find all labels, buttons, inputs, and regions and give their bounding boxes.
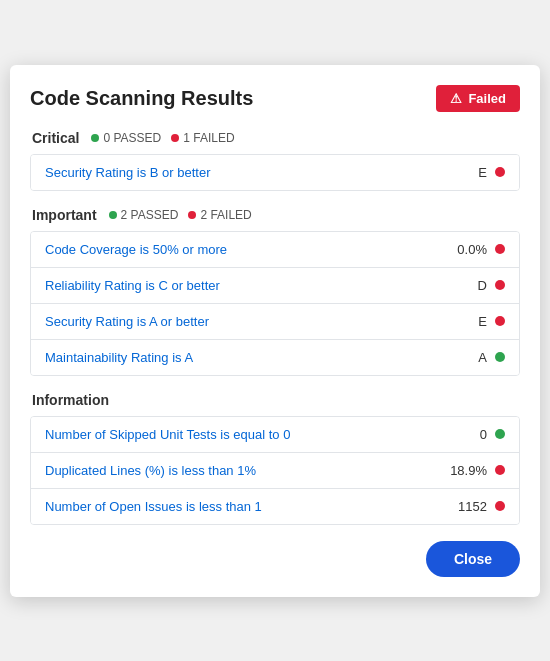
status-dot-red (495, 167, 505, 177)
failed-dot (188, 211, 196, 219)
badge-group: 0 PASSED1 FAILED (91, 131, 234, 145)
badge-group: 2 PASSED2 FAILED (109, 208, 252, 222)
passed-count: 0 PASSED (103, 131, 161, 145)
result-label: Number of Skipped Unit Tests is equal to… (45, 427, 447, 442)
section-label-important: Important (32, 207, 97, 223)
failed-badge-count: 1 FAILED (171, 131, 234, 145)
table-row: Reliability Rating is C or betterD (31, 268, 519, 304)
result-value-group: 1152 (447, 499, 505, 514)
result-value: D (447, 278, 487, 293)
result-label: Duplicated Lines (%) is less than 1% (45, 463, 447, 478)
result-value-group: 0.0% (447, 242, 505, 257)
result-label: Number of Open Issues is less than 1 (45, 499, 447, 514)
failed-badge-count: 2 FAILED (188, 208, 251, 222)
table-row: Duplicated Lines (%) is less than 1%18.9… (31, 453, 519, 489)
result-value: A (447, 350, 487, 365)
table-row: Security Rating is A or betterE (31, 304, 519, 340)
table-row: Number of Open Issues is less than 11152 (31, 489, 519, 524)
passed-dot (109, 211, 117, 219)
results-table-important: Code Coverage is 50% or more0.0%Reliabil… (30, 231, 520, 376)
failed-count: 1 FAILED (183, 131, 234, 145)
result-value-group: D (447, 278, 505, 293)
result-value-group: E (447, 165, 505, 180)
section-header-critical: Critical0 PASSED1 FAILED (32, 130, 520, 146)
result-value: 0.0% (447, 242, 487, 257)
result-value: 0 (447, 427, 487, 442)
failed-label: Failed (468, 91, 506, 106)
result-label: Security Rating is B or better (45, 165, 447, 180)
close-button[interactable]: Close (426, 541, 520, 577)
result-value: 18.9% (447, 463, 487, 478)
results-table-information: Number of Skipped Unit Tests is equal to… (30, 416, 520, 525)
status-dot-red (495, 501, 505, 511)
section-header-important: Important2 PASSED2 FAILED (32, 207, 520, 223)
status-dot-red (495, 244, 505, 254)
warning-icon: ⚠ (450, 91, 462, 106)
sections-container: Critical0 PASSED1 FAILEDSecurity Rating … (30, 130, 520, 525)
failed-badge: ⚠ Failed (436, 85, 520, 112)
status-dot-green (495, 429, 505, 439)
status-dot-green (495, 352, 505, 362)
status-dot-red (495, 316, 505, 326)
table-row: Code Coverage is 50% or more0.0% (31, 232, 519, 268)
status-dot-red (495, 280, 505, 290)
modal-header: Code Scanning Results ⚠ Failed (30, 85, 520, 112)
table-row: Maintainability Rating is AA (31, 340, 519, 375)
table-row: Number of Skipped Unit Tests is equal to… (31, 417, 519, 453)
result-value: E (447, 314, 487, 329)
passed-badge: 0 PASSED (91, 131, 161, 145)
table-row: Security Rating is B or betterE (31, 155, 519, 190)
section-header-information: Information (32, 392, 520, 408)
modal-container: Code Scanning Results ⚠ Failed Critical0… (10, 65, 540, 597)
result-label: Maintainability Rating is A (45, 350, 447, 365)
modal-footer: Close (30, 541, 520, 577)
section-label-information: Information (32, 392, 109, 408)
result-label: Reliability Rating is C or better (45, 278, 447, 293)
status-dot-red (495, 465, 505, 475)
passed-count: 2 PASSED (121, 208, 179, 222)
section-critical: Critical0 PASSED1 FAILEDSecurity Rating … (30, 130, 520, 191)
result-value-group: A (447, 350, 505, 365)
results-table-critical: Security Rating is B or betterE (30, 154, 520, 191)
result-value-group: 0 (447, 427, 505, 442)
section-information: InformationNumber of Skipped Unit Tests … (30, 392, 520, 525)
failed-count: 2 FAILED (200, 208, 251, 222)
result-label: Security Rating is A or better (45, 314, 447, 329)
result-value: 1152 (447, 499, 487, 514)
passed-dot (91, 134, 99, 142)
section-label-critical: Critical (32, 130, 79, 146)
failed-dot (171, 134, 179, 142)
modal-title: Code Scanning Results (30, 87, 253, 110)
passed-badge: 2 PASSED (109, 208, 179, 222)
section-important: Important2 PASSED2 FAILEDCode Coverage i… (30, 207, 520, 376)
result-value: E (447, 165, 487, 180)
result-value-group: E (447, 314, 505, 329)
result-value-group: 18.9% (447, 463, 505, 478)
result-label: Code Coverage is 50% or more (45, 242, 447, 257)
